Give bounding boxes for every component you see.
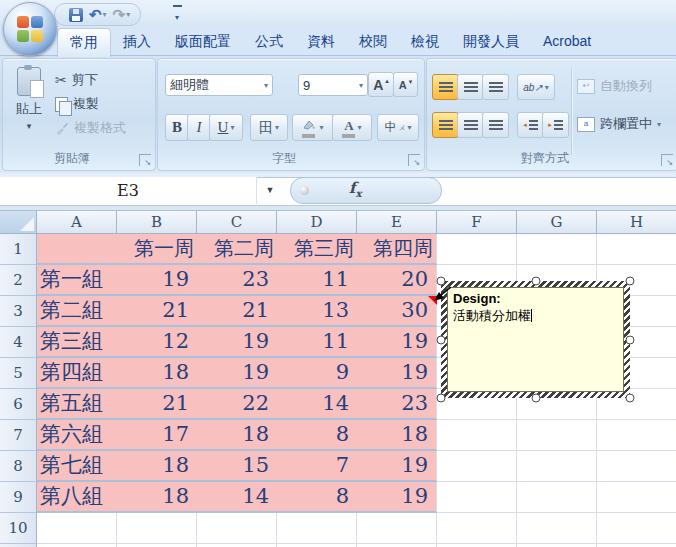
redo-button[interactable]: ↷▾: [113, 7, 131, 22]
shrink-font-button[interactable]: A▾: [393, 72, 418, 97]
merge-center-button[interactable]: a 跨欄置中 ▾: [577, 115, 661, 133]
column-header-H[interactable]: H: [597, 211, 676, 234]
name-box-caret-icon[interactable]: ▼: [256, 177, 284, 204]
cell-D8[interactable]: 7: [277, 451, 357, 482]
alignment-dialog-launcher[interactable]: ↘: [661, 154, 673, 166]
cell-E3[interactable]: 30: [357, 296, 437, 327]
wrap-text-button[interactable]: ↩ 自動換列: [577, 77, 652, 95]
comment-resize-handle-7[interactable]: [626, 394, 635, 403]
column-header-F[interactable]: F: [437, 211, 517, 234]
cell-G8[interactable]: [517, 451, 597, 482]
tab-review[interactable]: 校閱: [347, 28, 399, 55]
cell-E6[interactable]: 23: [357, 389, 437, 420]
column-header-E[interactable]: E: [357, 211, 437, 234]
row-header-2[interactable]: 2: [0, 265, 37, 296]
row-header-10[interactable]: 10: [0, 513, 37, 544]
cell-H1[interactable]: [597, 234, 676, 265]
font-dialog-launcher[interactable]: ↘: [408, 154, 420, 166]
cell-A7[interactable]: 第六組: [37, 420, 117, 451]
cell-C8[interactable]: 15: [197, 451, 277, 482]
cell-C5[interactable]: 19: [197, 358, 277, 389]
tab-page-layout[interactable]: 版面配置: [163, 28, 243, 55]
cell-E7[interactable]: 18: [357, 420, 437, 451]
font-size-combobox[interactable]: 9 ▾: [298, 74, 368, 96]
row-header-6[interactable]: 6: [0, 389, 37, 420]
name-box[interactable]: E3: [0, 177, 257, 204]
cell-A8[interactable]: 第七組: [37, 451, 117, 482]
cell-E1[interactable]: 第四周: [357, 234, 437, 265]
cell-E10[interactable]: [357, 513, 437, 544]
row-header-4[interactable]: 4: [0, 327, 37, 358]
cell-C1[interactable]: 第二周: [197, 234, 277, 265]
row-header-8[interactable]: 8: [0, 451, 37, 482]
column-header-C[interactable]: C: [197, 211, 277, 234]
redo-dropdown-caret-icon[interactable]: ▾: [126, 11, 130, 19]
cell-D6[interactable]: 14: [277, 389, 357, 420]
copy-button[interactable]: 複製: [55, 93, 99, 115]
cell-A4[interactable]: 第三組: [37, 327, 117, 358]
cell-B3[interactable]: 21: [117, 296, 197, 327]
column-header-D[interactable]: D: [277, 211, 357, 234]
increase-indent-button[interactable]: ▸: [542, 112, 569, 138]
cell-E5[interactable]: 19: [357, 358, 437, 389]
align-middle-button[interactable]: [457, 74, 484, 100]
font-color-button[interactable]: A ▾: [332, 114, 372, 141]
align-top-button[interactable]: [432, 74, 459, 100]
cell-E8[interactable]: 19: [357, 451, 437, 482]
italic-button[interactable]: I: [187, 114, 211, 141]
paste-button[interactable]: 貼上 ▾: [9, 65, 49, 145]
save-button[interactable]: [69, 8, 83, 22]
format-painter-button[interactable]: 複製格式: [55, 117, 126, 139]
cell-C9[interactable]: 14: [197, 482, 277, 513]
cell-D2[interactable]: 11: [277, 265, 357, 296]
cell-H8[interactable]: [597, 451, 676, 482]
tab-developer[interactable]: 開發人員: [451, 28, 531, 55]
merge-center-caret-icon[interactable]: ▾: [657, 120, 661, 129]
cell-G7[interactable]: [517, 420, 597, 451]
cell-B8[interactable]: 18: [117, 451, 197, 482]
undo-dropdown-caret-icon[interactable]: ▾: [103, 11, 107, 19]
comment-resize-handle-1[interactable]: [531, 277, 540, 286]
cell-F10[interactable]: [437, 513, 517, 544]
cell-H9[interactable]: [597, 482, 676, 513]
grow-font-button[interactable]: A▴: [368, 72, 394, 97]
comment-resize-handle-2[interactable]: [626, 277, 635, 286]
cell-E4[interactable]: 19: [357, 327, 437, 358]
phonetic-guide-button[interactable]: 中 ㄨ ▾: [377, 114, 419, 141]
cell-E9[interactable]: 19: [357, 482, 437, 513]
row-header-1[interactable]: 1: [0, 234, 37, 265]
underline-button[interactable]: U ▾: [209, 114, 243, 141]
cell-B4[interactable]: 12: [117, 327, 197, 358]
cell-B10[interactable]: [117, 513, 197, 544]
cut-button[interactable]: ✂ 剪下: [55, 69, 98, 91]
undo-button[interactable]: ↶▾: [89, 7, 107, 22]
cell-D1[interactable]: 第三周: [277, 234, 357, 265]
align-center-button[interactable]: [457, 112, 484, 138]
row-header-9[interactable]: 9: [0, 482, 37, 513]
cell-A3[interactable]: 第二組: [37, 296, 117, 327]
cell-F7[interactable]: [437, 420, 517, 451]
clipboard-dialog-launcher[interactable]: ↘: [139, 154, 151, 166]
cell-H7[interactable]: [597, 420, 676, 451]
comment-resize-handle-5[interactable]: [437, 394, 446, 403]
cell-C3[interactable]: 21: [197, 296, 277, 327]
tab-home[interactable]: 常用: [57, 28, 111, 57]
cell-G1[interactable]: [517, 234, 597, 265]
tab-insert[interactable]: 插入: [111, 28, 163, 55]
orientation-button[interactable]: ab↗ ▾: [517, 74, 555, 100]
cell-F9[interactable]: [437, 482, 517, 513]
cell-D7[interactable]: 8: [277, 420, 357, 451]
cell-D4[interactable]: 11: [277, 327, 357, 358]
column-header-G[interactable]: G: [517, 211, 597, 234]
tab-data[interactable]: 資料: [295, 28, 347, 55]
cell-C2[interactable]: 23: [197, 265, 277, 296]
cell-C6[interactable]: 22: [197, 389, 277, 420]
qat-customize-button[interactable]: ▾: [170, 5, 184, 23]
cell-A9[interactable]: 第八組: [37, 482, 117, 513]
cell-D9[interactable]: 8: [277, 482, 357, 513]
fill-color-button[interactable]: ▾: [292, 114, 334, 141]
cell-H10[interactable]: [597, 513, 676, 544]
cell-B7[interactable]: 17: [117, 420, 197, 451]
cell-C10[interactable]: [197, 513, 277, 544]
cell-A5[interactable]: 第四組: [37, 358, 117, 389]
